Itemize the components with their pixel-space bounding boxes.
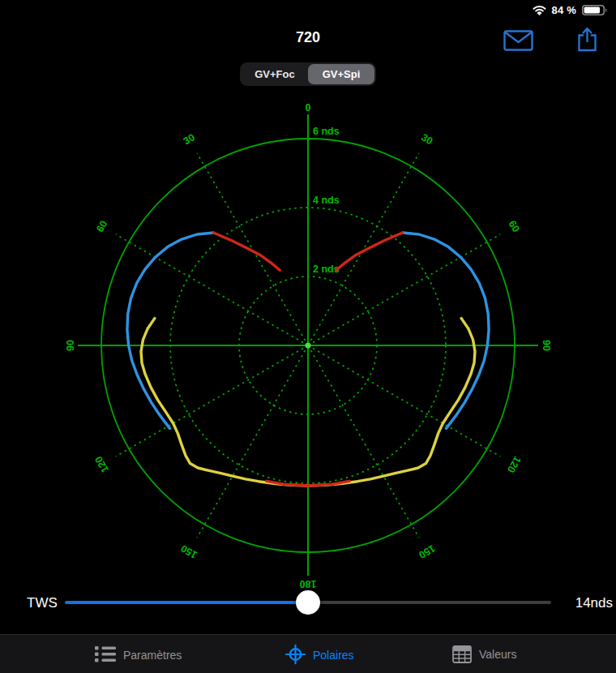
svg-text:60: 60	[507, 219, 522, 234]
svg-text:0: 0	[306, 102, 311, 114]
svg-text:60: 60	[94, 219, 109, 234]
tab-valeurs[interactable]: Valeurs	[452, 645, 516, 663]
svg-text:120: 120	[505, 454, 524, 474]
svg-text:6 nds: 6 nds	[313, 126, 340, 137]
list-icon	[95, 646, 116, 663]
share-icon	[576, 27, 598, 52]
status-bar: 84 %	[0, 0, 616, 19]
segment-gv-foc[interactable]: GV+Foc	[242, 64, 308, 84]
svg-text:30: 30	[419, 131, 434, 147]
tws-value: 14nds	[575, 595, 613, 611]
nav-bar: 720	[0, 19, 616, 58]
mail-icon	[503, 30, 533, 51]
slider-track-remaining[interactable]	[308, 601, 551, 604]
mail-button[interactable]	[503, 30, 533, 54]
sail-mode-segmented-control: GV+Foc GV+Spi	[240, 62, 376, 86]
svg-text:30: 30	[182, 131, 197, 147]
svg-text:150: 150	[417, 542, 437, 561]
slider-track-filled[interactable]	[65, 601, 308, 604]
polar-chart: 2 nds4 nds6 nds0303060609090120120150150…	[0, 93, 616, 593]
tab-bar: Paramètres Polaires Valeurs	[0, 634, 616, 673]
tab-polaires[interactable]: Polaires	[285, 645, 354, 665]
battery-percentage: 84 %	[552, 4, 576, 16]
battery-icon	[582, 5, 608, 15]
tab-parametres[interactable]: Paramètres	[95, 646, 182, 663]
tws-slider-row: TWS 14nds	[0, 587, 616, 619]
wifi-icon	[533, 5, 546, 15]
tws-slider-thumb[interactable]	[296, 590, 320, 615]
tab-label: Polaires	[313, 648, 354, 661]
tab-label: Paramètres	[123, 648, 182, 661]
svg-text:90: 90	[541, 340, 552, 351]
svg-text:150: 150	[179, 542, 199, 561]
tws-label: TWS	[27, 595, 58, 611]
target-icon	[285, 645, 306, 665]
table-icon	[452, 645, 472, 663]
svg-text:120: 120	[93, 454, 112, 474]
svg-text:4 nds: 4 nds	[313, 195, 340, 206]
share-button[interactable]	[576, 27, 598, 54]
tab-label: Valeurs	[479, 648, 516, 661]
svg-text:90: 90	[65, 340, 76, 351]
segment-gv-spi[interactable]: GV+Spi	[308, 64, 374, 84]
